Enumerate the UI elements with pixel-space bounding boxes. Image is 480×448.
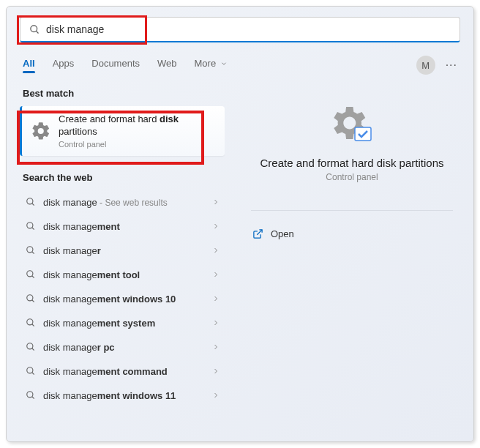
web-result[interactable]: disk manager pc	[20, 335, 225, 359]
web-result[interactable]: disk management	[20, 214, 225, 239]
svg-line-17	[32, 373, 34, 375]
svg-point-6	[27, 247, 33, 253]
search-icon	[29, 24, 40, 35]
svg-point-2	[27, 198, 33, 204]
svg-point-8	[27, 271, 33, 277]
web-result-text: disk management windows 10	[43, 294, 176, 305]
open-button[interactable]: Open	[244, 224, 460, 244]
search-icon	[26, 269, 36, 280]
tabs-bar: All Apps Documents Web More M ···	[7, 42, 473, 82]
svg-point-10	[27, 295, 33, 301]
web-result-text: disk manager pc	[43, 342, 115, 353]
best-match-subtitle: Control panel	[59, 140, 179, 149]
search-icon	[26, 197, 36, 207]
web-result-text: disk manage - See web results	[43, 197, 168, 208]
svg-line-21	[257, 230, 262, 235]
search-icon	[26, 390, 36, 400]
gear-icon	[31, 121, 51, 141]
svg-point-0	[31, 25, 37, 31]
web-result-text: disk management	[43, 221, 120, 232]
best-match-result[interactable]: Create and format hard diskpartitions Co…	[20, 106, 225, 156]
search-icon	[26, 366, 36, 376]
best-match-heading: Best match	[20, 82, 225, 106]
search-icon	[26, 221, 36, 231]
chevron-right-icon	[211, 198, 220, 206]
web-result[interactable]: disk management windows 10	[20, 287, 225, 311]
web-result-text: disk management command	[43, 366, 168, 377]
avatar[interactable]: M	[416, 56, 435, 75]
search-bar[interactable]	[20, 17, 460, 42]
tab-apps[interactable]: Apps	[53, 58, 75, 73]
web-results-heading: Search the web	[20, 166, 225, 190]
chevron-right-icon	[211, 343, 220, 351]
chevron-right-icon	[211, 391, 220, 400]
chevron-right-icon	[211, 270, 220, 279]
svg-line-9	[32, 276, 34, 278]
chevron-right-icon	[211, 318, 220, 327]
svg-point-4	[27, 223, 33, 228]
search-icon	[26, 342, 36, 352]
web-result-text: disk management tool	[43, 269, 140, 280]
svg-line-15	[32, 348, 34, 351]
search-input[interactable]	[46, 23, 451, 35]
preview-panel: Create and format hard disk partitions C…	[225, 82, 460, 433]
open-label: Open	[271, 228, 294, 239]
preview-subtitle: Control panel	[251, 172, 453, 182]
svg-point-18	[27, 392, 33, 397]
chevron-down-icon	[220, 60, 228, 67]
preview-title: Create and format hard disk partitions	[251, 157, 453, 169]
svg-line-11	[32, 300, 34, 302]
tab-all[interactable]: All	[23, 58, 35, 73]
web-result[interactable]: disk management tool	[20, 263, 225, 287]
svg-rect-20	[355, 127, 371, 141]
svg-line-7	[32, 252, 34, 254]
search-icon	[26, 245, 36, 255]
chevron-right-icon	[211, 246, 220, 255]
web-result[interactable]: disk manager	[20, 239, 225, 263]
search-icon	[26, 294, 36, 304]
tab-more-label: More	[195, 58, 217, 69]
search-icon	[26, 318, 36, 328]
divider	[251, 210, 453, 211]
web-result[interactable]: disk management command	[20, 359, 225, 384]
search-window: All Apps Documents Web More M ··· Best m…	[6, 6, 474, 442]
open-icon	[252, 228, 263, 239]
svg-point-16	[27, 367, 33, 373]
chevron-right-icon	[211, 222, 220, 231]
tab-web[interactable]: Web	[157, 58, 177, 73]
svg-point-12	[27, 319, 33, 325]
chevron-right-icon	[211, 294, 220, 303]
tab-more[interactable]: More	[195, 58, 228, 73]
web-result[interactable]: disk management windows 11	[20, 384, 225, 408]
more-menu-icon[interactable]: ···	[446, 59, 457, 72]
svg-point-14	[27, 343, 33, 349]
web-result[interactable]: disk management system	[20, 311, 225, 335]
svg-line-5	[32, 228, 34, 230]
tab-documents[interactable]: Documents	[91, 58, 140, 73]
svg-line-3	[32, 204, 34, 206]
svg-line-13	[32, 324, 34, 326]
svg-line-19	[32, 397, 34, 399]
web-result-text: disk manager	[43, 245, 101, 256]
web-result-text: disk management system	[43, 318, 155, 329]
chevron-right-icon	[211, 367, 220, 376]
svg-line-1	[36, 31, 38, 33]
web-result[interactable]: disk manage - See web results	[20, 190, 225, 214]
results-list: Best match Create and format hard diskpa…	[20, 82, 225, 433]
web-result-text: disk management windows 11	[43, 390, 176, 401]
gear-check-icon	[251, 104, 453, 148]
best-match-title: Create and format hard diskpartitions	[59, 113, 179, 138]
